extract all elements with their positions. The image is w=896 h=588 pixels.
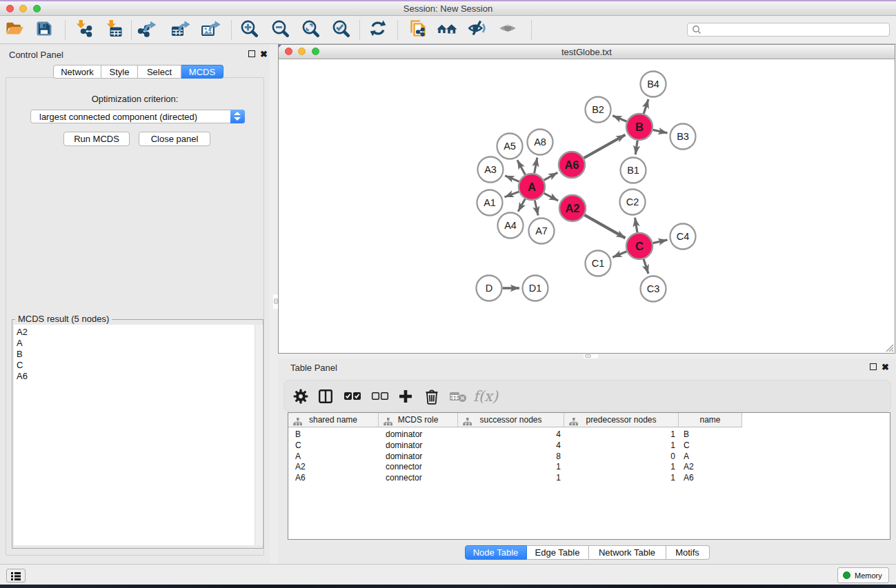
cell-4-name[interactable]: A6	[679, 472, 742, 483]
result-item[interactable]: A2	[14, 327, 263, 338]
delete-button[interactable]	[420, 385, 444, 408]
edge-C-C3[interactable]	[644, 259, 648, 274]
cell-3-shared-name[interactable]: A2	[288, 461, 379, 472]
edge-B-B1[interactable]	[635, 141, 637, 154]
table-close-panel-icon[interactable]: ✖	[882, 363, 889, 371]
cell-1-MCDS-role[interactable]: dominator	[379, 440, 458, 451]
search-box[interactable]	[687, 23, 890, 37]
zoom-fit-button[interactable]	[299, 18, 322, 41]
export-network-button[interactable]	[135, 18, 158, 41]
cell-4-predecessor-nodes[interactable]: 1	[564, 472, 679, 483]
cell-2-successor-nodes[interactable]: 8	[458, 451, 564, 462]
open-session-button[interactable]	[3, 18, 26, 41]
tab-select[interactable]: Select	[138, 65, 181, 79]
cell-4-MCDS-role[interactable]: connector	[379, 472, 458, 483]
cell-2-name[interactable]: A	[679, 451, 742, 462]
column-header-MCDS-role[interactable]: MCDS role	[379, 413, 458, 427]
tab-node-table[interactable]: Node Table	[465, 545, 527, 560]
result-item[interactable]: B	[14, 349, 263, 360]
resize-grip-icon[interactable]	[884, 343, 894, 352]
duplicate-network-button[interactable]	[406, 18, 430, 41]
cell-2-predecessor-nodes[interactable]: 0	[564, 451, 679, 462]
tab-motifs[interactable]: Motifs	[666, 545, 710, 560]
import-network-button[interactable]	[72, 18, 95, 41]
edge-C-C1[interactable]	[613, 252, 626, 257]
edge-A-A3[interactable]	[505, 176, 519, 181]
tab-edge-table[interactable]: Edge Table	[527, 545, 589, 560]
edge-A-A4[interactable]	[518, 199, 525, 211]
column-header-successor-nodes[interactable]: successor nodes	[458, 413, 564, 427]
cell-0-predecessor-nodes[interactable]: 1	[564, 429, 679, 440]
show-all-button[interactable]	[496, 18, 519, 41]
gear-button[interactable]	[289, 385, 312, 408]
tab-network[interactable]: Network	[53, 65, 101, 79]
deselect-all-button[interactable]	[368, 385, 392, 408]
edge-A-A8[interactable]	[535, 158, 537, 174]
columns-button[interactable]	[314, 385, 337, 408]
save-session-button[interactable]	[32, 18, 56, 41]
export-image-button[interactable]	[199, 18, 222, 41]
edge-B-B3[interactable]	[653, 130, 668, 133]
cell-1-successor-nodes[interactable]: 4	[458, 440, 564, 451]
edge-A2-C[interactable]	[584, 215, 625, 239]
table-float-panel-icon[interactable]	[870, 363, 877, 370]
column-header-predecessor-nodes[interactable]: predecessor nodes	[564, 413, 679, 427]
add-button[interactable]	[394, 385, 417, 408]
cell-0-MCDS-role[interactable]: dominator	[379, 429, 458, 440]
result-item[interactable]: A6	[14, 371, 263, 382]
edge-A-A2[interactable]	[544, 193, 558, 201]
float-panel-icon[interactable]	[248, 50, 255, 57]
tab-network-table[interactable]: Network Table	[589, 545, 666, 560]
tab-mcds[interactable]: MCDS	[181, 65, 223, 79]
edge-A6-B[interactable]	[584, 135, 625, 159]
result-item[interactable]: A	[14, 338, 263, 349]
edge-B-B2[interactable]	[613, 116, 626, 121]
import-table-button[interactable]	[102, 18, 126, 41]
vertical-splitter-handle[interactable]	[273, 294, 278, 309]
search-input[interactable]	[704, 25, 889, 34]
edge-A-A7[interactable]	[535, 201, 538, 216]
edge-C-C2[interactable]	[635, 218, 637, 233]
zoom-selected-button[interactable]	[329, 18, 352, 41]
cell-3-name[interactable]: A2	[679, 461, 742, 472]
network-window-titlebar[interactable]: testGlobe.txt	[279, 45, 895, 59]
select-all-button[interactable]	[341, 385, 364, 408]
close-panel-button[interactable]: Close panel	[139, 132, 210, 146]
cell-1-shared-name[interactable]: C	[288, 440, 379, 451]
cell-3-predecessor-nodes[interactable]: 1	[564, 461, 679, 472]
cell-3-successor-nodes[interactable]: 1	[458, 461, 564, 472]
edge-C-C4[interactable]	[653, 240, 668, 243]
cell-0-shared-name[interactable]: B	[288, 429, 379, 440]
run-mcds-button[interactable]: Run MCDS	[63, 132, 130, 146]
cell-1-predecessor-nodes[interactable]: 1	[564, 440, 679, 451]
show-panels-button[interactable]	[6, 569, 26, 582]
cell-0-name[interactable]: B	[679, 429, 742, 440]
cell-4-shared-name[interactable]: A6	[288, 472, 379, 483]
cell-2-shared-name[interactable]: A	[288, 451, 379, 462]
zoom-out-button[interactable]	[268, 18, 292, 41]
cell-1-name[interactable]: C	[679, 440, 742, 451]
edge-A-A6[interactable]	[544, 172, 558, 180]
cell-2-MCDS-role[interactable]: dominator	[379, 451, 458, 462]
mcds-result-list[interactable]: A2ABCA6	[14, 325, 263, 545]
first-neighbors-button[interactable]	[435, 18, 459, 41]
edge-B-B4[interactable]	[644, 99, 648, 114]
memory-button[interactable]: Memory	[837, 567, 889, 583]
network-canvas[interactable]: AA1A2A3A4A5A6A7A8BB1B2B3B4CC1C2C3C4DD1	[279, 60, 895, 353]
column-header-shared-name[interactable]: shared name	[288, 413, 379, 427]
tab-style[interactable]: Style	[101, 65, 138, 79]
cell-0-successor-nodes[interactable]: 4	[458, 429, 564, 440]
zoom-in-button[interactable]	[237, 18, 261, 41]
result-item[interactable]: C	[14, 360, 263, 371]
edge-A-A1[interactable]	[505, 192, 519, 197]
criterion-dropdown[interactable]: largest connected component (directed)	[30, 110, 245, 123]
column-header-name[interactable]: name	[679, 413, 742, 427]
refresh-button[interactable]	[366, 18, 390, 41]
result-list-scrollbar[interactable]	[255, 325, 262, 545]
hide-selected-button[interactable]	[466, 18, 489, 41]
export-table-button[interactable]	[168, 18, 192, 41]
cell-3-MCDS-role[interactable]: connector	[379, 461, 458, 472]
close-panel-icon[interactable]: ✖	[260, 50, 268, 58]
cell-4-successor-nodes[interactable]: 1	[458, 472, 564, 483]
edge-A-A5[interactable]	[517, 160, 525, 174]
